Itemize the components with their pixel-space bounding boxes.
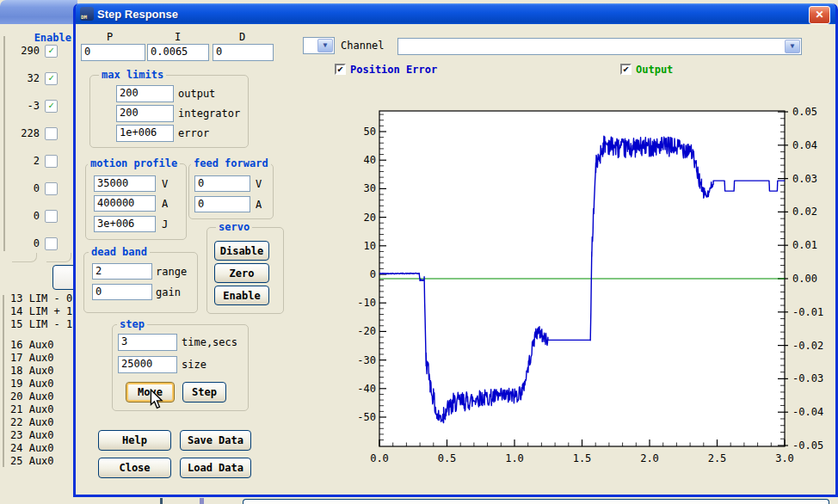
svg-text:20: 20 — [364, 212, 376, 224]
svg-text:-10: -10 — [357, 297, 376, 309]
io-list-item: 20 Aux0 — [10, 390, 54, 403]
chevron-down-icon[interactable]: ▼ — [317, 39, 333, 52]
step-response-plot: 50403020100-10-20-30-40-500.050.040.030.… — [357, 101, 838, 471]
bottom-divider — [200, 498, 204, 504]
enable-checkbox[interactable] — [45, 210, 58, 223]
svg-text:-20: -20 — [357, 325, 376, 337]
enable-checkbox[interactable] — [45, 237, 58, 250]
list-edge — [3, 295, 4, 467]
group-title: feed forward — [191, 157, 271, 169]
svg-text:2.0: 2.0 — [640, 452, 659, 464]
disable-button[interactable]: Disable — [214, 241, 269, 261]
svg-text:50: 50 — [364, 126, 376, 138]
accel-field[interactable]: 400000 — [94, 195, 156, 212]
velocity-label: V — [162, 178, 168, 190]
p-label: P — [107, 31, 113, 43]
svg-text:-0.04: -0.04 — [792, 406, 823, 418]
svg-text:10: 10 — [364, 240, 376, 252]
ff-accel-field[interactable]: 0 — [194, 196, 250, 212]
close-icon[interactable]: ✕ — [809, 6, 830, 24]
group-title: max limits — [99, 69, 166, 81]
svg-text:40: 40 — [364, 154, 376, 166]
group-title: servo — [216, 221, 252, 233]
svg-text:-0.05: -0.05 — [792, 439, 823, 452]
jerk-field[interactable]: 3e+006 — [94, 216, 156, 232]
dead-band-group: dead band — [83, 252, 198, 313]
io-list-item: 22 Aux0 — [10, 416, 54, 428]
help-button[interactable]: Help — [98, 430, 171, 451]
gain-label: gain — [156, 286, 181, 298]
dialog-titlebar[interactable]: DM Step Response ✕ — [76, 3, 835, 24]
step-time-field[interactable]: 3 — [118, 334, 177, 351]
svg-text:-0.03: -0.03 — [792, 372, 823, 384]
svg-text:1.5: 1.5 — [573, 452, 592, 464]
jerk-label: J — [162, 218, 168, 230]
chevron-down-icon[interactable]: ▼ — [785, 40, 800, 53]
svg-text:0.00: 0.00 — [792, 273, 817, 285]
io-value: 290 — [0, 45, 40, 57]
max-output-field[interactable]: 200 — [116, 85, 174, 102]
p-field[interactable]: 0 — [81, 44, 145, 61]
step-size-field[interactable]: 25000 — [118, 356, 177, 373]
io-list-item: 25 Aux0 — [10, 455, 54, 467]
svg-text:0.5: 0.5 — [438, 452, 457, 464]
svg-text:1.0: 1.0 — [505, 452, 524, 464]
ff-accel-label: A — [256, 199, 262, 211]
enable-checkbox[interactable]: ✓ — [45, 72, 58, 85]
svg-text:0.05: 0.05 — [792, 106, 817, 118]
svg-text:0.02: 0.02 — [792, 206, 817, 218]
step-button[interactable]: Step — [182, 382, 226, 403]
io-value: 0 — [0, 237, 40, 249]
svg-text:-0.02: -0.02 — [792, 340, 823, 352]
enable-checkbox[interactable] — [45, 182, 58, 195]
enable-checkbox[interactable]: ✓ — [45, 100, 58, 113]
d-field[interactable]: 0 — [213, 44, 274, 61]
group-title: step — [117, 318, 147, 330]
enable-checkbox[interactable] — [45, 127, 58, 140]
io-value: -3 — [0, 100, 40, 112]
svg-text:2.5: 2.5 — [708, 452, 727, 464]
max-error-field[interactable]: 1e+006 — [116, 125, 174, 142]
plot-select[interactable]: Plot: Position Error, Output vs Time, se… — [397, 38, 802, 55]
enable-column-header: Enable — [26, 32, 71, 44]
io-list-item: 19 Aux0 — [10, 378, 54, 390]
zero-button[interactable]: Zero — [214, 263, 269, 283]
svg-text:-50: -50 — [357, 411, 376, 423]
bottom-divider — [160, 498, 163, 504]
max-output-label: output — [178, 88, 215, 100]
enable-checkbox[interactable]: ✓ — [45, 45, 58, 58]
max-integrator-field[interactable]: 200 — [116, 105, 174, 122]
partial-bottom-button[interactable] — [243, 499, 829, 504]
max-integrator-label: integrator — [178, 108, 240, 120]
ff-velocity-field[interactable]: 0 — [194, 175, 250, 192]
channel-label: Channel — [341, 40, 385, 52]
output-checkbox[interactable]: ✔ — [620, 64, 632, 75]
range-field[interactable]: 2 — [92, 263, 152, 280]
channel-select[interactable]: 1 ▼ — [303, 37, 335, 54]
group-title: motion profile — [88, 157, 180, 169]
dialog-title: Step Response — [97, 8, 178, 21]
io-list-item: 16 Aux0 — [10, 339, 54, 351]
gain-field[interactable]: 0 — [92, 284, 152, 300]
position-error-checkbox[interactable]: ✔ — [335, 64, 346, 75]
velocity-field[interactable]: 35000 — [94, 175, 156, 192]
ff-velocity-label: V — [256, 178, 262, 190]
step-size-label: size — [182, 359, 206, 371]
svg-text:0.0: 0.0 — [370, 452, 389, 464]
group-title: dead band — [89, 246, 150, 258]
accel-label: A — [162, 198, 168, 210]
svg-text:0: 0 — [370, 268, 376, 280]
svg-text:3.0: 3.0 — [775, 452, 794, 464]
enable-button[interactable]: Enable — [214, 286, 269, 305]
i-field[interactable]: 0.0065 — [147, 44, 209, 61]
close-button[interactable]: Close — [98, 458, 171, 478]
save-data-button[interactable]: Save Data — [180, 430, 251, 451]
io-value: 228 — [0, 127, 40, 139]
load-data-button[interactable]: Load Data — [180, 458, 251, 478]
svg-text:30: 30 — [364, 182, 376, 194]
io-value: 0 — [0, 210, 40, 222]
step-time-label: time,secs — [182, 336, 237, 348]
enable-checkbox[interactable] — [45, 155, 58, 168]
svg-text:0.04: 0.04 — [792, 139, 817, 151]
d-label: D — [239, 31, 245, 43]
